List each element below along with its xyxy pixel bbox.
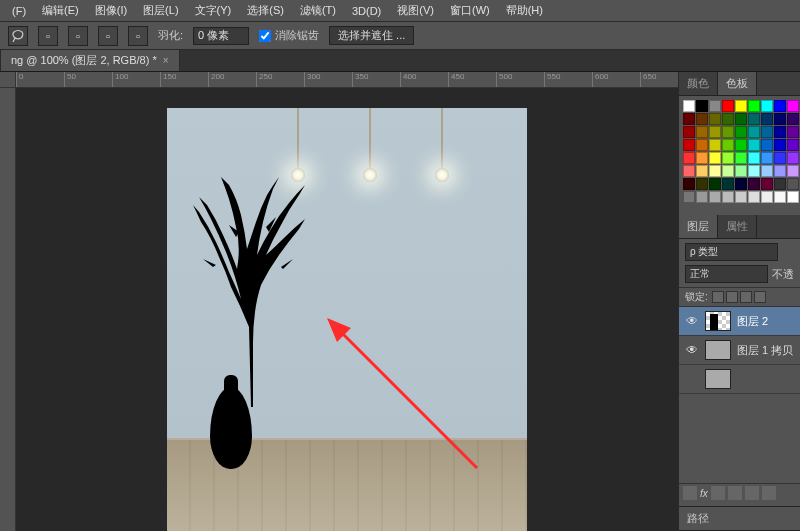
- swatch[interactable]: [787, 165, 799, 177]
- layer-row[interactable]: 👁 图层 2: [679, 307, 800, 336]
- swatch[interactable]: [787, 126, 799, 138]
- selection-intersect-icon[interactable]: ▫: [128, 26, 148, 46]
- new-adjustment-icon[interactable]: [728, 486, 742, 500]
- swatch[interactable]: [722, 126, 734, 138]
- visibility-icon[interactable]: 👁: [685, 314, 699, 328]
- swatch[interactable]: [787, 191, 799, 203]
- selection-subtract-icon[interactable]: ▫: [98, 26, 118, 46]
- add-mask-icon[interactable]: [711, 486, 725, 500]
- swatch[interactable]: [748, 126, 760, 138]
- swatch[interactable]: [748, 100, 760, 112]
- swatch[interactable]: [748, 152, 760, 164]
- swatch[interactable]: [774, 191, 786, 203]
- swatch[interactable]: [722, 165, 734, 177]
- swatch[interactable]: [683, 191, 695, 203]
- swatch[interactable]: [774, 165, 786, 177]
- swatch[interactable]: [774, 100, 786, 112]
- layer-row[interactable]: 👁 图层 1 拷贝: [679, 336, 800, 365]
- swatch[interactable]: [709, 139, 721, 151]
- swatch[interactable]: [722, 178, 734, 190]
- antialias-check-input[interactable]: [259, 30, 271, 42]
- swatch[interactable]: [722, 100, 734, 112]
- swatch[interactable]: [735, 191, 747, 203]
- tab-swatches[interactable]: 色板: [718, 72, 757, 95]
- lasso-tool-icon[interactable]: [8, 26, 28, 46]
- swatch[interactable]: [696, 152, 708, 164]
- swatch[interactable]: [683, 139, 695, 151]
- selection-add-icon[interactable]: ▫: [68, 26, 88, 46]
- vertical-ruler[interactable]: [0, 88, 16, 531]
- new-group-icon[interactable]: [745, 486, 759, 500]
- swatch[interactable]: [696, 178, 708, 190]
- swatch[interactable]: [696, 139, 708, 151]
- swatch[interactable]: [761, 139, 773, 151]
- swatch[interactable]: [683, 178, 695, 190]
- tab-paths[interactable]: 路径: [679, 506, 800, 531]
- swatch[interactable]: [722, 191, 734, 203]
- layer-kind-filter[interactable]: ρ 类型: [685, 243, 778, 261]
- swatch[interactable]: [696, 113, 708, 125]
- swatch[interactable]: [761, 165, 773, 177]
- swatch[interactable]: [709, 100, 721, 112]
- swatch[interactable]: [722, 152, 734, 164]
- swatch[interactable]: [787, 178, 799, 190]
- swatch[interactable]: [709, 191, 721, 203]
- link-layers-icon[interactable]: [683, 486, 697, 500]
- fx-label[interactable]: fx: [700, 488, 708, 499]
- swatch[interactable]: [696, 165, 708, 177]
- menu-window[interactable]: 窗口(W): [442, 3, 498, 18]
- layer-row[interactable]: [679, 365, 800, 394]
- swatch[interactable]: [709, 152, 721, 164]
- swatch[interactable]: [761, 191, 773, 203]
- menu-view[interactable]: 视图(V): [389, 3, 442, 18]
- swatch[interactable]: [709, 178, 721, 190]
- layer-name-label[interactable]: 图层 2: [737, 314, 794, 329]
- swatch[interactable]: [761, 152, 773, 164]
- swatch[interactable]: [735, 113, 747, 125]
- swatch[interactable]: [735, 152, 747, 164]
- swatch[interactable]: [735, 126, 747, 138]
- swatch[interactable]: [722, 139, 734, 151]
- swatch[interactable]: [761, 178, 773, 190]
- swatch[interactable]: [683, 113, 695, 125]
- antialias-checkbox[interactable]: 消除锯齿: [259, 28, 319, 43]
- swatch[interactable]: [696, 191, 708, 203]
- swatch[interactable]: [683, 126, 695, 138]
- swatch[interactable]: [709, 165, 721, 177]
- swatch[interactable]: [761, 100, 773, 112]
- swatch[interactable]: [787, 100, 799, 112]
- swatch[interactable]: [787, 139, 799, 151]
- swatch[interactable]: [787, 113, 799, 125]
- menu-image[interactable]: 图像(I): [87, 3, 135, 18]
- lock-artboard-icon[interactable]: [740, 291, 752, 303]
- ruler-corner[interactable]: [0, 72, 16, 88]
- blend-mode-select[interactable]: 正常: [685, 265, 768, 283]
- lock-position-icon[interactable]: [726, 291, 738, 303]
- swatch[interactable]: [761, 113, 773, 125]
- select-and-mask-button[interactable]: 选择并遮住 ...: [329, 26, 414, 45]
- layer-thumbnail[interactable]: [705, 311, 731, 331]
- new-layer-icon[interactable]: [762, 486, 776, 500]
- menu-file[interactable]: (F): [4, 5, 34, 17]
- feather-input[interactable]: [193, 27, 249, 45]
- swatch[interactable]: [735, 178, 747, 190]
- menu-edit[interactable]: 编辑(E): [34, 3, 87, 18]
- swatch[interactable]: [696, 126, 708, 138]
- swatch[interactable]: [748, 178, 760, 190]
- swatch[interactable]: [696, 100, 708, 112]
- swatch[interactable]: [735, 165, 747, 177]
- swatch[interactable]: [748, 165, 760, 177]
- swatch[interactable]: [748, 191, 760, 203]
- close-icon[interactable]: ×: [163, 55, 169, 66]
- menu-type[interactable]: 文字(Y): [187, 3, 240, 18]
- layer-thumbnail[interactable]: [705, 369, 731, 389]
- swatch[interactable]: [774, 152, 786, 164]
- menu-layer[interactable]: 图层(L): [135, 3, 186, 18]
- tab-color[interactable]: 颜色: [679, 72, 718, 95]
- swatch[interactable]: [774, 126, 786, 138]
- swatch[interactable]: [722, 113, 734, 125]
- swatch[interactable]: [748, 139, 760, 151]
- layer-name-label[interactable]: 图层 1 拷贝: [737, 343, 794, 358]
- visibility-icon[interactable]: 👁: [685, 343, 699, 357]
- swatch[interactable]: [735, 100, 747, 112]
